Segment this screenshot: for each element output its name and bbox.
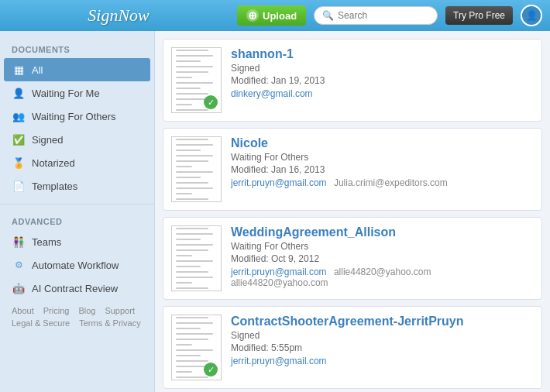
person-icon: 👤 — [12, 86, 26, 100]
doc-name: ContractShooterAgreement-JerritPruyn — [231, 315, 534, 328]
ai-icon: 🤖 — [12, 281, 26, 295]
doc-signed-check: ✓ — [204, 95, 218, 109]
header: SignNow ⊕ Upload 🔍 Try Pro Free 👤 — [0, 0, 550, 31]
table-row[interactable]: ✓ ContractShooterAgreement-JerritPruyn S… — [163, 306, 542, 389]
doc-modified: Modified: Oct 9, 2012 — [231, 253, 534, 264]
upload-icon: ⊕ — [246, 9, 259, 22]
sidebar-divider — [0, 204, 154, 205]
template-icon: 📄 — [12, 179, 26, 193]
search-icon: 🔍 — [322, 10, 334, 21]
doc-status: Waiting For Others — [231, 241, 534, 252]
documents-content: ✓ shannon-1 Signed Modified: Jan 19, 201… — [155, 31, 550, 392]
doc-emails: jerrit.pruyn@gmail.com Julia.crimi@exped… — [231, 177, 534, 188]
doc-email: jerrit.pruyn@gmail.com — [231, 356, 327, 366]
doc-info: shannon-1 Signed Modified: Jan 19, 2013 … — [231, 47, 534, 99]
doc-modified: Modified: Jan 16, 2013 — [231, 164, 534, 175]
sidebar-item-waiting-for-others[interactable]: 👥 Waiting For Others — [0, 105, 154, 128]
doc-name: Nicole — [231, 136, 534, 150]
footer-links: About Pricing Blog Support Legal & Secur… — [0, 300, 154, 334]
doc-email: jerrit.pruyn@gmail.com — [231, 266, 327, 277]
doc-status: Signed — [231, 330, 534, 341]
documents-section-title: DOCUMENTS — [0, 39, 154, 58]
doc-name: shannon-1 — [231, 47, 534, 61]
try-pro-button[interactable]: Try Pro Free — [445, 6, 513, 25]
advanced-section-title: ADVANCED — [0, 211, 154, 230]
search-box: 🔍 — [314, 6, 438, 25]
table-row[interactable]: WeddingAgreement_Allison Waiting For Oth… — [163, 217, 542, 300]
main-layout: DOCUMENTS ▦ All 👤 Waiting For Me 👥 Waiti… — [0, 31, 550, 392]
doc-modified: Modified: 5:55pm — [231, 342, 534, 353]
table-row[interactable]: Nicole Waiting For Others Modified: Jan … — [163, 128, 542, 211]
sidebar-item-notarized[interactable]: 🏅 Notarized — [0, 151, 154, 174]
footer-link-legal[interactable]: Legal & Secure — [12, 318, 70, 328]
doc-info: Nicole Waiting For Others Modified: Jan … — [231, 136, 534, 188]
signed-icon: ✅ — [12, 132, 26, 146]
notarized-icon: 🏅 — [12, 156, 26, 170]
doc-thumbnail: ✓ — [171, 47, 222, 113]
doc-thumbnail — [171, 136, 222, 202]
logo: SignNow — [8, 5, 229, 26]
sidebar-item-teams[interactable]: 👫 Teams — [0, 230, 154, 253]
doc-emails: dinkery@gmail.com — [231, 88, 534, 99]
upload-button[interactable]: ⊕ Upload — [237, 5, 306, 26]
teams-icon: 👫 — [12, 235, 26, 249]
all-icon: ▦ — [12, 63, 26, 77]
doc-thumbnail — [171, 225, 222, 291]
avatar[interactable]: 👤 — [521, 5, 542, 26]
doc-info: WeddingAgreement_Allison Waiting For Oth… — [231, 225, 534, 288]
doc-status: Signed — [231, 63, 534, 74]
doc-email: dinkery@gmail.com — [231, 88, 313, 99]
doc-email-secondary: Julia.crimi@expeditors.com — [334, 177, 448, 188]
doc-email-tertiary: allie44820@yahoo.com — [231, 277, 328, 288]
sidebar-item-automate-workflow[interactable]: ⚙ Automate Workflow — [0, 253, 154, 277]
doc-email: jerrit.pruyn@gmail.com — [231, 177, 327, 188]
doc-emails: jerrit.pruyn@gmail.com — [231, 356, 534, 366]
sidebar-item-all[interactable]: ▦ All — [4, 58, 150, 81]
sidebar-item-ai-contract-review[interactable]: 🤖 AI Contract Review — [0, 277, 154, 300]
doc-name: WeddingAgreement_Allison — [231, 225, 534, 239]
doc-modified: Modified: Jan 19, 2013 — [231, 75, 534, 86]
table-row[interactable]: ✓ shannon-1 Signed Modified: Jan 19, 201… — [163, 39, 542, 122]
sidebar-item-waiting-for-me[interactable]: 👤 Waiting For Me — [0, 81, 154, 105]
footer-link-terms[interactable]: Terms & Privacy — [79, 318, 140, 328]
sidebar-item-signed[interactable]: ✅ Signed — [0, 128, 154, 151]
doc-emails: jerrit.pruyn@gmail.com allie44820@yahoo.… — [231, 266, 534, 288]
doc-status: Waiting For Others — [231, 152, 534, 163]
sidebar: DOCUMENTS ▦ All 👤 Waiting For Me 👥 Waiti… — [0, 31, 155, 392]
footer-link-pricing[interactable]: Pricing — [43, 306, 70, 315]
doc-info: ContractShooterAgreement-JerritPruyn Sig… — [231, 315, 534, 366]
footer-link-about[interactable]: About — [12, 306, 34, 315]
footer-link-blog[interactable]: Blog — [78, 306, 95, 315]
doc-signed-check: ✓ — [204, 363, 218, 377]
footer-link-support[interactable]: Support — [105, 306, 135, 315]
sidebar-item-templates[interactable]: 📄 Templates — [0, 174, 154, 198]
doc-email-secondary: allie44820@yahoo.com — [334, 266, 431, 277]
people-icon: 👥 — [12, 109, 26, 123]
doc-thumbnail: ✓ — [171, 315, 222, 380]
workflow-icon: ⚙ — [12, 258, 26, 272]
search-input[interactable] — [338, 10, 431, 21]
